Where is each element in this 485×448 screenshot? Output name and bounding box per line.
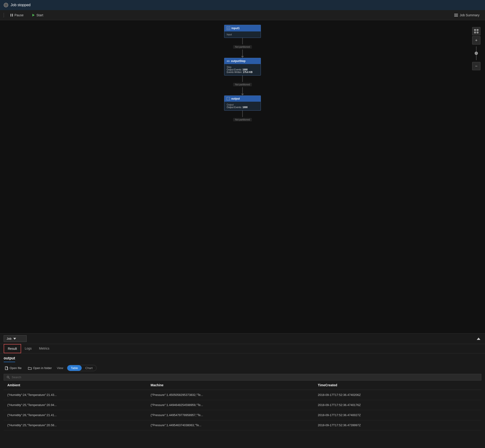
col-ambient: Ambient — [4, 381, 147, 390]
diagram-container: □ input1 Input Not partitioned <> output… — [224, 25, 261, 122]
input-node-label: input1 — [231, 27, 240, 30]
search-icon — [7, 376, 10, 379]
cell-timecreated-1: 2018-09-17T17:52:36.4740176Z — [314, 400, 481, 410]
collapse-button[interactable] — [476, 335, 481, 342]
cell-ambient-2: {"Humidity":26,"Temperature":21.41... — [4, 410, 147, 420]
cell-ambient-3: {"Humidity":25,"Temperature":20.58... — [4, 420, 147, 430]
pause-button[interactable]: Pause — [8, 12, 25, 18]
node-input1[interactable]: □ input1 Input — [224, 25, 261, 38]
title-bar-text: Job stopped — [11, 3, 31, 7]
open-file-icon — [5, 366, 8, 370]
svg-point-13 — [7, 376, 9, 378]
svg-rect-7 — [477, 29, 478, 31]
table-row: {"Humidity":25,"Temperature":20.58... {"… — [4, 420, 481, 430]
chevron-up-icon — [477, 338, 480, 340]
zoom-out-button[interactable]: − — [472, 62, 480, 70]
partition-label-3: Not partitioned — [233, 118, 252, 121]
svg-rect-1 — [12, 14, 13, 16]
step-node-label: outputStep — [231, 59, 246, 63]
output-toolbar: Open file Open in folder View Table Char… — [4, 365, 481, 371]
node-outputstep[interactable]: <> outputStep Step Output Events: 1000 E… — [224, 58, 261, 75]
table-view-button[interactable]: Table — [67, 365, 82, 371]
diagram-area: □ input1 Input Not partitioned <> output… — [0, 20, 485, 333]
cell-timecreated-3: 2018-09-17T17:52:36.4739997Z — [314, 420, 481, 430]
zoom-slider-thumb — [475, 52, 478, 55]
toolbar-divider — [4, 13, 4, 17]
output-label: output — [4, 356, 15, 362]
svg-rect-0 — [11, 14, 11, 16]
svg-rect-3 — [454, 14, 458, 14]
connector-2: Not partitioned — [233, 75, 252, 96]
job-selector[interactable]: Job — [4, 335, 27, 342]
svg-rect-8 — [474, 32, 476, 33]
tabs: Result Logs Metrics — [0, 344, 485, 353]
zoom-controls: + − — [472, 27, 480, 70]
partition-label-2: Not partitioned — [233, 83, 252, 86]
open-in-folder-label: Open in folder — [33, 366, 52, 370]
connector-3: Not partitioned — [233, 111, 252, 122]
output-node-icon: → — [227, 97, 230, 100]
partition-label-1: Not partitioned — [233, 45, 252, 49]
output-node-label: output — [231, 97, 240, 100]
start-button[interactable]: Start — [30, 12, 45, 18]
tab-result[interactable]: Result — [4, 344, 21, 353]
svg-marker-2 — [32, 14, 35, 16]
job-summary-button[interactable]: Job Summary — [453, 12, 481, 18]
list-icon — [454, 14, 458, 17]
svg-marker-11 — [477, 338, 480, 340]
col-timecreated: TimeCreated — [314, 381, 481, 390]
svg-rect-5 — [454, 16, 458, 16]
cell-ambient-0: {"Humidity":24,"Temperature":21.43... — [4, 390, 147, 400]
view-toggle-group: Table Chart — [67, 365, 96, 371]
output-events: Output Events: 1000 — [227, 106, 258, 109]
fit-icon — [474, 29, 478, 33]
svg-rect-6 — [474, 29, 476, 31]
table-row: {"Humidity":24,"Temperature":21.43... {"… — [4, 390, 481, 400]
input-node-icon: □ — [227, 26, 230, 30]
table-header: Ambient Machine TimeCreated — [4, 381, 481, 390]
open-file-label: Open file — [10, 366, 22, 370]
table-row: {"Humidity":25,"Temperature":20.94... {"… — [4, 400, 481, 410]
tab-logs[interactable]: Logs — [21, 344, 35, 353]
table-row: {"Humidity":26,"Temperature":21.41... {"… — [4, 410, 481, 420]
svg-rect-4 — [454, 15, 458, 15]
cell-machine-3: {"Pressure":1.449546374038063,"Te... — [147, 420, 314, 430]
cell-ambient-1: {"Humidity":25,"Temperature":20.94... — [4, 400, 147, 410]
output-node-sublabel: Output — [227, 104, 258, 106]
search-bar — [4, 374, 481, 381]
data-table: Ambient Machine TimeCreated {"Humidity":… — [4, 381, 481, 430]
folder-icon — [28, 367, 32, 370]
bottom-panel: Job Result Logs Metrics output — [0, 333, 485, 448]
chart-view-button[interactable]: Chart — [82, 365, 96, 371]
output-section: output Open file Open in folder View — [0, 353, 485, 430]
chevron-down-icon — [13, 338, 16, 340]
cell-machine-2: {"Pressure":1.4495479778958957,"Te... — [147, 410, 314, 420]
step-output-events: Output Events: 1000 — [227, 68, 258, 71]
view-label: View — [57, 366, 63, 370]
cell-timecreated-2: 2018-09-17T17:52:36.4740027Z — [314, 410, 481, 420]
cell-machine-0: {"Pressure":1.4505058295373832,"Te... — [147, 390, 314, 400]
svg-marker-10 — [13, 338, 16, 340]
connector-1: Not partitioned — [233, 38, 252, 58]
job-status-icon — [4, 3, 8, 7]
node-output[interactable]: → output Output Output Events: 1000 — [224, 96, 261, 111]
col-machine: Machine — [147, 381, 314, 390]
toolbar: Pause Start Job Summary — [0, 10, 485, 20]
input-node-sublabel: Input — [227, 33, 258, 36]
search-input[interactable] — [12, 376, 478, 379]
open-file-button[interactable]: Open file — [4, 365, 23, 371]
start-icon — [32, 14, 35, 17]
svg-rect-9 — [477, 32, 478, 33]
step-events-written: Events Written: 175.6 KB — [227, 71, 258, 73]
table-body: {"Humidity":24,"Temperature":21.43... {"… — [4, 390, 481, 430]
pause-icon — [10, 14, 13, 17]
zoom-in-button[interactable]: + — [472, 36, 480, 45]
job-selector-value: Job — [7, 337, 11, 340]
svg-line-14 — [9, 378, 10, 379]
title-bar: Job stopped — [0, 0, 485, 10]
zoom-fit-button[interactable] — [472, 27, 480, 35]
tab-metrics[interactable]: Metrics — [35, 344, 53, 353]
open-in-folder-button[interactable]: Open in folder — [27, 365, 53, 371]
bottom-panel-header: Job — [0, 334, 485, 344]
zoom-slider[interactable] — [476, 46, 477, 60]
